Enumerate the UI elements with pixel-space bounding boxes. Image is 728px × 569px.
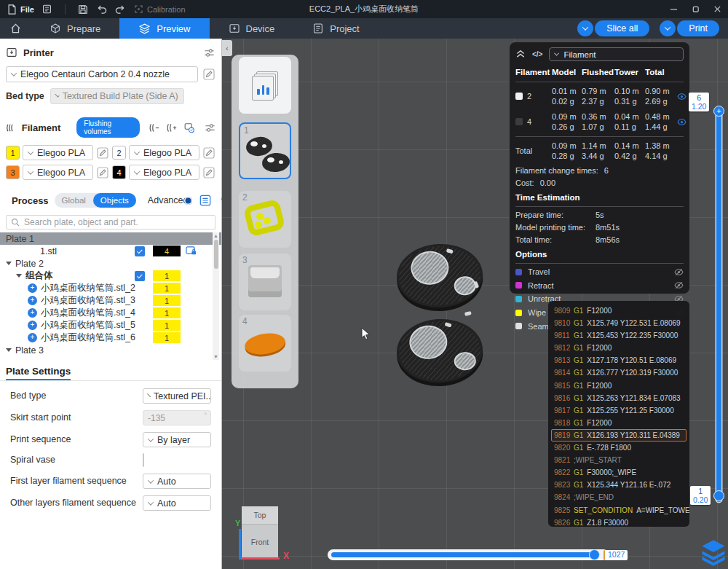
gcode-line[interactable]: 9811G1X125.453 Y122.235 F30000 bbox=[551, 329, 687, 342]
spiral-vase-checkbox[interactable] bbox=[143, 453, 144, 467]
gcode-line[interactable]: 9816G1X125.263 Y121.834 E.07083 bbox=[551, 392, 687, 404]
edit-printer-icon[interactable] bbox=[202, 68, 215, 81]
plate-setting-select[interactable]: By layer bbox=[143, 432, 211, 447]
filament-color-swatch[interactable]: 4 bbox=[112, 165, 126, 179]
tree-row-plate[interactable]: Plate 3 bbox=[0, 344, 221, 356]
edit-filament-icon[interactable] bbox=[96, 146, 109, 160]
cube-face-front[interactable]: Front bbox=[242, 525, 278, 559]
collapse-panel-icon[interactable] bbox=[515, 49, 526, 60]
thumbnail-plate-3[interactable]: 3 bbox=[239, 254, 291, 310]
plate-setting-select[interactable]: Auto bbox=[143, 495, 211, 511]
layer-slider-bottom-handle[interactable] bbox=[713, 490, 724, 501]
filament-badge[interactable]: 1 bbox=[153, 295, 181, 306]
gcode-line[interactable]: 9824;WIPE_END bbox=[551, 491, 687, 503]
thumbnail-plate-1[interactable]: 1 bbox=[239, 122, 291, 179]
printer-preset-select[interactable]: Elegoo Centauri Carbon 2 0.4 nozzle bbox=[6, 66, 198, 82]
filament-badge[interactable]: 1 bbox=[153, 332, 181, 343]
collapse-arrow-icon[interactable] bbox=[16, 274, 22, 278]
save-icon[interactable] bbox=[77, 4, 89, 15]
filament-color-swatch[interactable]: 1 bbox=[6, 146, 20, 160]
redo-icon[interactable] bbox=[115, 4, 127, 15]
tree-row-plate[interactable]: Plate 1 bbox=[0, 232, 221, 245]
edit-filament-icon[interactable] bbox=[202, 166, 215, 179]
search-input[interactable] bbox=[24, 217, 210, 227]
remove-filament-icon[interactable] bbox=[149, 121, 160, 134]
sync-filament-icon[interactable] bbox=[183, 121, 195, 134]
layer-slider-track[interactable] bbox=[716, 111, 721, 502]
thumbnail-all-plates[interactable] bbox=[239, 57, 291, 114]
collapse-arrow-icon[interactable] bbox=[6, 348, 12, 352]
tab-prepare[interactable]: Prepare bbox=[31, 18, 119, 39]
view-mode-select[interactable]: Filament bbox=[549, 47, 684, 61]
thumbnail-plate-4[interactable]: 4 bbox=[239, 315, 291, 372]
gcode-line[interactable]: 9809G1F12000 bbox=[551, 305, 687, 317]
gcode-line[interactable]: 9822G1F30000;_WIPE bbox=[551, 466, 687, 479]
tree-row-part[interactable]: +小鸡桌面收纳笔筒.stl_51 bbox=[0, 319, 221, 331]
slice-all-dropdown[interactable] bbox=[577, 20, 593, 36]
filament-visibility-eye-icon[interactable] bbox=[677, 92, 686, 101]
gcode-line[interactable]: 9814G1X126.777 Y120.319 F30000 bbox=[551, 366, 687, 379]
model-disc-1[interactable] bbox=[395, 242, 484, 310]
filament-color-swatch[interactable]: 2 bbox=[112, 146, 126, 160]
plate-setting-select[interactable]: Auto bbox=[143, 474, 211, 489]
tree-row-part[interactable]: +小鸡桌面收纳笔筒.stl_61 bbox=[0, 331, 221, 344]
gcode-line[interactable]: 9823G1X125.344 Y121.16 E-.072 bbox=[551, 479, 687, 491]
gcode-line[interactable]: 9818G1F12000 bbox=[551, 417, 687, 429]
slice-all-button[interactable]: Slice all bbox=[595, 20, 649, 36]
gcode-line[interactable]: 9821;WIPE_START bbox=[551, 454, 687, 466]
tree-row-group[interactable]: 组合体1 bbox=[0, 270, 221, 282]
tree-row-part[interactable]: +小鸡桌面收纳笔筒.stl_31 bbox=[0, 294, 221, 307]
gcode-line[interactable]: 9825SET_CONDITIONA=WIPE_TOWER bbox=[551, 504, 687, 517]
filament-settings-icon[interactable] bbox=[204, 121, 215, 134]
file-menu[interactable]: File bbox=[7, 4, 34, 15]
gcode-line[interactable]: 9819G1X126.193 Y120.311 E.04389 bbox=[551, 429, 687, 442]
tab-project[interactable]: Project bbox=[293, 18, 378, 39]
filament-badge[interactable]: 1 bbox=[153, 307, 181, 318]
item-visibility-checkbox[interactable] bbox=[135, 271, 145, 281]
bed-type-select[interactable]: Textured Build Plate (Side A) bbox=[50, 88, 184, 104]
filament-badge[interactable]: 1 bbox=[153, 270, 181, 281]
gcode-line[interactable]: 9820G1E-.728 F1800 bbox=[551, 442, 687, 454]
tree-row-part[interactable]: +小鸡桌面收纳笔筒.stl_21 bbox=[0, 282, 221, 294]
option-eye-icon[interactable] bbox=[674, 280, 684, 290]
tree-row-object[interactable]: 1.stl4 bbox=[0, 245, 221, 257]
layer-slider-top-handle[interactable]: + bbox=[713, 106, 724, 117]
undo-icon[interactable] bbox=[96, 4, 108, 15]
filament-color-swatch[interactable]: 3 bbox=[6, 165, 20, 179]
print-button[interactable]: Print bbox=[677, 20, 719, 36]
print-dropdown[interactable] bbox=[660, 20, 676, 36]
collapse-arrow-icon[interactable] bbox=[6, 262, 12, 265]
flushing-volumes-button[interactable]: Flushing volumes bbox=[76, 117, 140, 138]
minimize-button[interactable] bbox=[662, 0, 684, 18]
tree-row-part[interactable]: +小鸡桌面收纳笔筒.stl_41 bbox=[0, 307, 221, 319]
tab-device[interactable]: Device bbox=[210, 18, 294, 39]
notes-icon[interactable] bbox=[41, 4, 53, 15]
tab-preview[interactable]: Preview bbox=[119, 18, 209, 39]
plate-lock-icon[interactable] bbox=[186, 246, 197, 258]
tree-row-plate[interactable]: Plate 2 bbox=[0, 257, 221, 270]
gcode-view-icon[interactable]: </> bbox=[532, 50, 542, 58]
home-button[interactable] bbox=[0, 18, 31, 39]
model-disc-2[interactable] bbox=[395, 317, 484, 385]
edit-filament-icon[interactable] bbox=[96, 166, 109, 179]
cube-face-top[interactable]: Top bbox=[242, 506, 278, 525]
gcode-line[interactable]: 9826G1Z1.8 F30000 bbox=[551, 517, 687, 527]
filament-badge[interactable]: 1 bbox=[153, 283, 181, 294]
close-button[interactable] bbox=[706, 0, 728, 18]
filament-preset-select[interactable]: Elegoo PLA bbox=[23, 165, 93, 180]
printer-settings-icon[interactable] bbox=[202, 46, 215, 59]
filament-preset-select[interactable]: Elegoo PLA bbox=[23, 145, 93, 160]
edit-filament-icon[interactable] bbox=[202, 146, 215, 160]
scroll-up-icon[interactable]: ▲ bbox=[213, 233, 218, 238]
scroll-down-icon[interactable]: ▼ bbox=[213, 354, 218, 359]
plate-setting-select[interactable]: Textured PEI... bbox=[143, 388, 211, 404]
item-visibility-checkbox[interactable] bbox=[135, 246, 145, 256]
navigation-cube[interactable]: Top Front bbox=[242, 506, 278, 560]
sidebar-collapse-handle[interactable]: ‹ bbox=[222, 40, 232, 56]
add-filament-icon[interactable] bbox=[166, 121, 178, 134]
gcode-line[interactable]: 9813G1X127.178 Y120.51 E.08069 bbox=[551, 354, 687, 366]
tree-scrollbar[interactable]: ▲ ▼ bbox=[213, 232, 219, 360]
filament-preset-select[interactable]: Elegoo PLA bbox=[129, 165, 199, 180]
maximize-button[interactable] bbox=[684, 0, 706, 18]
gcode-line[interactable]: 9810G1X125.749 Y122.531 E.08069 bbox=[551, 317, 687, 329]
